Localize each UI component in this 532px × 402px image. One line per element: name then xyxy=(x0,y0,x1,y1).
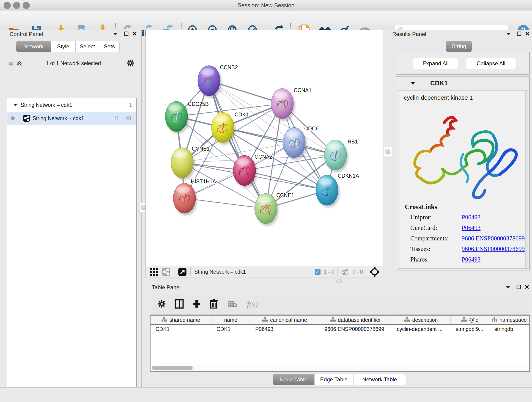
graph-node-CCNE1 xyxy=(254,193,279,226)
main-toolbar: ? xyxy=(0,11,532,30)
crosslink-value[interactable]: 9606.ENSP00000378699 xyxy=(462,235,525,242)
tab-network-table[interactable]: Network Table xyxy=(353,374,406,385)
table-cell[interactable]: CDK1 xyxy=(211,325,250,333)
control-panel: Control Panel Network Style Select Sets … xyxy=(0,30,142,387)
toolbar-divider xyxy=(337,267,338,276)
network-view-mode-icon[interactable] xyxy=(162,268,171,276)
network-selection-status: 1 of 1 Network selected xyxy=(30,60,117,66)
table-cell[interactable]: CDK1 xyxy=(151,325,211,333)
collapse-all-button[interactable]: Collapse All xyxy=(466,58,516,69)
table-cell[interactable]: stringdb:9... xyxy=(451,325,489,333)
graph-node-CDKN1A xyxy=(316,175,340,208)
svg-text:CDKN1A: CDKN1A xyxy=(338,173,359,179)
gene-section: CDK1 cyclin-dependent kinase 1 xyxy=(396,76,530,270)
column-tree-icon xyxy=(330,317,336,323)
column-header-description[interactable]: description xyxy=(392,316,451,324)
results-buttons-box: Expand All Collapse All xyxy=(396,52,530,75)
svg-text:CDC25B: CDC25B xyxy=(188,101,209,107)
table-cell[interactable]: 9606.ENSP00000378699 xyxy=(319,325,392,333)
detach-view-icon[interactable] xyxy=(178,268,187,276)
column-label: database identifier xyxy=(338,317,381,323)
column-header-shared-name[interactable]: shared name xyxy=(151,316,211,324)
column-label: name xyxy=(224,317,237,323)
crosslink-label: Tissues: xyxy=(410,245,462,253)
grid-view-icon[interactable] xyxy=(150,268,158,276)
crosslink-label: Uniprot: xyxy=(410,214,462,221)
gene-symbol: CDK1 xyxy=(430,80,448,87)
network-view-toolbar: String Network – cdk1 ✓ 1 - 0 0 - 0 xyxy=(146,266,383,278)
crosslink-value[interactable]: 9606.ENSP00000378699 xyxy=(462,245,525,253)
control-panel-title: Control Panel xyxy=(10,31,43,37)
results-scrollbar-track[interactable] xyxy=(525,91,528,268)
table-panel-collapse-icon[interactable] xyxy=(506,285,511,290)
column-header-database-identifier[interactable]: database identifier xyxy=(319,316,392,324)
hidden-eye-icon[interactable] xyxy=(341,268,349,275)
delete-column-icon[interactable] xyxy=(209,299,218,310)
crosslink-value[interactable]: P06493 xyxy=(462,214,481,221)
network-row[interactable]: String Network – cdk1 11 48 xyxy=(7,112,136,125)
tab-sets[interactable]: Sets xyxy=(99,41,120,52)
svg-text:CCNA2: CCNA2 xyxy=(254,154,272,160)
tab-network[interactable]: Network xyxy=(16,41,51,52)
add-column-icon[interactable] xyxy=(192,299,201,309)
table-cell[interactable]: P06493 xyxy=(250,325,319,333)
show-column-icon[interactable] xyxy=(175,299,184,310)
tab-select[interactable]: Select xyxy=(76,41,99,52)
table-options-gear-icon[interactable] xyxy=(158,300,166,309)
tab-node-table[interactable]: Node Table xyxy=(273,374,314,385)
hidden-counts: 0 - 0 xyxy=(352,269,363,275)
column-header-name[interactable]: name xyxy=(211,316,250,324)
graph-node-CDC6 xyxy=(283,128,307,160)
table-cell[interactable]: stringdb xyxy=(489,325,529,333)
graph-node-HIST1H1A xyxy=(173,183,197,216)
network-graph[interactable]: CCNB2CCNA1CDC25BCDK1CDC6RB1CCNB1CCNA2CDK… xyxy=(146,30,383,266)
control-panel-float-icon[interactable] xyxy=(124,31,129,37)
control-panel-tabs: Network Style Select Sets xyxy=(16,41,120,52)
network-label: String Network – cdk1 xyxy=(32,115,84,121)
results-panel-float-icon[interactable] xyxy=(517,31,522,37)
toolbar-divider xyxy=(366,267,366,276)
control-panel-collapse-icon[interactable] xyxy=(113,32,118,37)
delete-table-icon[interactable] xyxy=(227,300,237,309)
network-view-title: String Network – cdk1 xyxy=(194,269,246,275)
table-body: CDK1CDK1P064939606.ENSP00000378699cyclin… xyxy=(151,325,529,333)
table-row[interactable]: CDK1CDK1P064939606.ENSP00000378699cyclin… xyxy=(151,325,529,333)
table-panel-close-icon[interactable] xyxy=(525,284,530,290)
column-header--id[interactable]: @id xyxy=(451,316,489,324)
gene-expand-icon[interactable] xyxy=(411,82,415,85)
results-panel-close-icon[interactable] xyxy=(525,31,530,37)
crosslink-value[interactable]: P06493 xyxy=(462,256,481,263)
expand-all-networks-icon[interactable] xyxy=(16,61,22,68)
tab-style[interactable]: Style xyxy=(51,41,76,52)
gene-header[interactable]: CDK1 xyxy=(396,77,529,90)
function-builder-icon[interactable]: f(x) xyxy=(247,300,258,309)
table-hscrollbar-track[interactable] xyxy=(151,365,529,371)
graph-node-RB1 xyxy=(324,140,348,172)
crosslink-value[interactable]: P06493 xyxy=(462,224,481,231)
network-options-gear-icon[interactable] xyxy=(127,59,134,68)
collapse-all-networks-icon[interactable] xyxy=(8,61,14,68)
column-tree-icon xyxy=(162,317,167,323)
svg-text:CCNB1: CCNB1 xyxy=(192,146,210,152)
birds-eye-icon[interactable] xyxy=(370,267,380,277)
table-cell[interactable]: cyclin-dependent ... xyxy=(392,325,451,333)
tab-string[interactable]: String xyxy=(446,41,472,52)
network-tree: String Network – cdk1 1 String Network –… xyxy=(7,98,137,402)
results-panel-collapse-icon[interactable] xyxy=(506,32,511,37)
expand-all-button[interactable]: Expand All xyxy=(413,58,458,69)
network-collection-row[interactable]: String Network – cdk1 1 xyxy=(7,98,136,112)
right-splitter-handle[interactable] xyxy=(384,147,392,157)
toolbar-divider xyxy=(190,267,191,276)
svg-text:CCNE1: CCNE1 xyxy=(276,192,294,198)
crosslink-row: Tissues:9606.ENSP00000378699 xyxy=(410,244,528,254)
selected-checkbox[interactable]: ✓ xyxy=(315,269,321,275)
tab-edge-table[interactable]: Edge Table xyxy=(314,374,353,385)
table-panel-float-icon[interactable] xyxy=(516,284,521,290)
graph-node-CCNA1 xyxy=(271,89,295,121)
column-header-namespace[interactable]: namespace xyxy=(489,316,529,324)
collection-expand-icon[interactable] xyxy=(13,103,17,107)
table-hscrollbar-thumb[interactable] xyxy=(152,366,193,370)
column-header-canonical-name[interactable]: canonical name xyxy=(250,316,319,324)
control-panel-close-icon[interactable] xyxy=(132,31,137,37)
table-header-row: shared namenamecanonical namedatabase id… xyxy=(151,316,529,325)
